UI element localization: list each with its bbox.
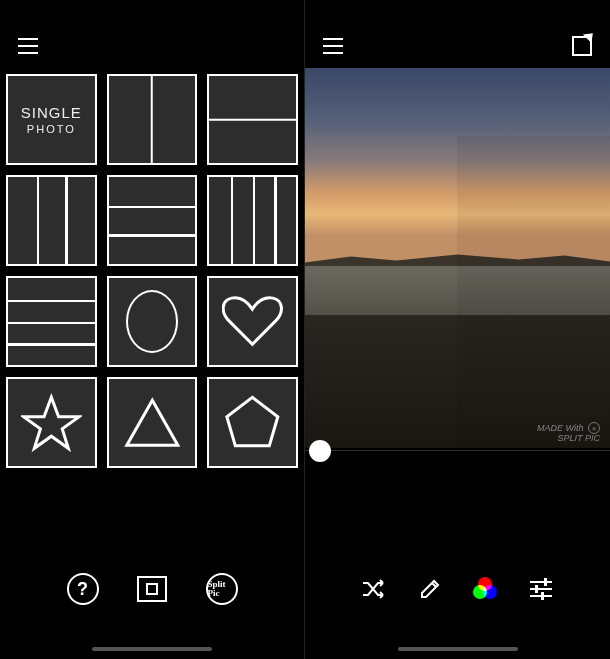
template-horizontal-3[interactable]	[107, 175, 198, 266]
adjust-button[interactable]	[524, 572, 558, 606]
watermark: MADE With × SPLIT PIC	[537, 422, 600, 444]
status-bar	[305, 0, 610, 24]
heart-icon	[222, 287, 283, 357]
pencil-icon	[419, 578, 441, 600]
sliders-icon	[530, 576, 552, 602]
template-vertical-3[interactable]	[6, 175, 97, 266]
circle-icon	[126, 290, 178, 353]
menu-icon[interactable]	[18, 38, 38, 54]
watermark-line1: MADE With	[537, 423, 583, 433]
top-bar	[0, 24, 304, 68]
watermark-line2: SPLIT PIC	[557, 433, 600, 443]
template-single-sublabel: PHOTO	[21, 122, 82, 136]
home-indicator	[398, 647, 518, 651]
brand-badge-button[interactable]: Split Pic	[205, 572, 239, 606]
home-indicator	[92, 647, 212, 651]
brand-badge-icon: Split Pic	[206, 573, 238, 605]
template-single[interactable]: SINGLE PHOTO	[6, 74, 97, 165]
status-bar	[0, 0, 304, 24]
blend-slider-handle[interactable]	[309, 440, 331, 462]
template-star[interactable]	[6, 377, 97, 468]
help-button[interactable]: ?	[66, 572, 100, 606]
template-pentagon[interactable]	[207, 377, 298, 468]
split-right-panel	[457, 136, 610, 448]
template-horizontal-4[interactable]	[6, 276, 97, 367]
template-picker-screen: SINGLE PHOTO	[0, 0, 305, 659]
editor-screen: MADE With × SPLIT PIC	[305, 0, 610, 659]
triangle-icon	[122, 388, 183, 458]
template-circle[interactable]	[107, 276, 198, 367]
menu-icon[interactable]	[323, 38, 343, 54]
template-horizontal-2[interactable]	[207, 74, 298, 165]
template-vertical-4[interactable]	[207, 175, 298, 266]
blend-slider-track[interactable]	[305, 450, 610, 451]
photo-canvas[interactable]	[305, 68, 610, 448]
export-icon[interactable]	[572, 36, 592, 56]
help-icon: ?	[67, 573, 99, 605]
template-single-label: SINGLE	[21, 103, 82, 123]
star-icon	[21, 388, 82, 458]
pentagon-icon	[222, 388, 283, 458]
template-heart[interactable]	[207, 276, 298, 367]
template-vertical-2[interactable]	[107, 74, 198, 165]
template-grid: SINGLE PHOTO	[0, 68, 304, 474]
shuffle-icon	[361, 579, 387, 599]
camera-icon	[137, 576, 167, 602]
shuffle-button[interactable]	[357, 572, 391, 606]
color-button[interactable]	[468, 572, 502, 606]
bottom-toolbar: ? Split Pic	[0, 559, 304, 619]
camera-button[interactable]	[135, 572, 169, 606]
top-bar	[305, 24, 610, 68]
template-triangle[interactable]	[107, 377, 198, 468]
bottom-toolbar	[305, 559, 610, 619]
edit-button[interactable]	[413, 572, 447, 606]
rgb-icon	[473, 577, 497, 601]
